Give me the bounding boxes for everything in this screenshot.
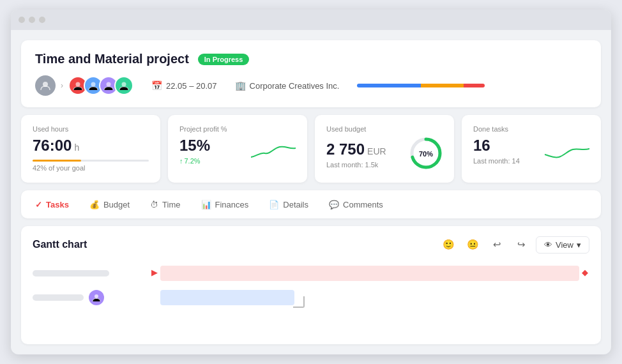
progress-red — [464, 84, 485, 87]
project-header-top: Time and Material project In Progress — [35, 52, 587, 66]
svg-point-2 — [91, 82, 96, 87]
date-range: 📅 22.05 – 20.07 — [151, 80, 217, 91]
stats-row: Used hours 76:00h 42% of your goal Proje… — [21, 115, 601, 183]
gantt-label-row-1 — [33, 264, 148, 282]
trend-value: 7.2% — [185, 157, 201, 165]
gantt-title: Gantt chart — [33, 239, 87, 250]
budget-left: 2 750EUR Last month: 1.5k — [326, 140, 386, 169]
avatar-4 — [114, 76, 133, 95]
svg-point-3 — [107, 82, 111, 87]
tab-time-icon: ⏱ — [150, 200, 158, 209]
tasks-row: 16 Last month: 14 — [473, 137, 589, 165]
stat-trend-profit: ↑ 7.2% — [179, 157, 210, 165]
tab-comments[interactable]: 💬 Comments — [320, 195, 392, 215]
progress-bar-multi — [357, 84, 485, 87]
stat-value-tasks: 16 — [473, 137, 520, 155]
calendar-icon: 📅 — [151, 80, 162, 91]
gantt-label-row-2 — [33, 289, 148, 307]
tab-tasks-label: Tasks — [46, 200, 69, 209]
emoji2-button[interactable]: 😐 — [463, 235, 482, 254]
tabs-bar: ✓ Tasks 💰 Budget ⏱ Time 📊 Finances 📄 Det… — [21, 190, 601, 218]
tab-details[interactable]: 📄 Details — [260, 195, 317, 215]
avatars-team — [68, 76, 133, 95]
sparkline-tasks — [545, 139, 589, 165]
emoji1-button[interactable]: 🙂 — [439, 235, 458, 254]
gantt-chart-area: ▶ ◆ — [148, 262, 589, 319]
tab-finances[interactable]: 📊 Finances — [192, 195, 258, 215]
gantt-connector — [293, 296, 305, 308]
gantt-controls: 🙂 😐 ↩ ↪ 👁 View ▾ — [439, 235, 589, 254]
gantt-section: Gantt chart 🙂 😐 ↩ ↪ 👁 View ▾ — [21, 226, 601, 344]
hours-progress-fill — [33, 160, 81, 162]
undo-button[interactable]: ↩ — [487, 235, 506, 254]
svg-point-1 — [76, 82, 80, 87]
progress-blue — [357, 84, 421, 87]
budget-row: 2 750EUR Last month: 1.5k 70% — [326, 137, 443, 172]
stat-sub-hours: 42% of your goal — [33, 164, 149, 172]
project-header-card: Time and Material project In Progress › — [21, 40, 601, 107]
gantt-play-icon: ▶ — [151, 268, 158, 277]
company-name: Corporate Creatives Inc. — [250, 81, 340, 91]
tab-finances-label: Finances — [215, 200, 249, 209]
stat-unit-hours: h — [74, 142, 79, 153]
stat-used-hours: Used hours 76:00h 42% of your goal — [21, 115, 160, 183]
stat-sub-tasks: Last month: 14 — [473, 157, 520, 165]
hours-progress-bar — [33, 160, 149, 162]
gantt-avatar — [89, 290, 104, 305]
chevron-down-icon: ▾ — [577, 240, 581, 250]
gantt-diamond-icon: ◆ — [582, 268, 588, 277]
building-icon: 🏢 — [235, 80, 246, 91]
tab-comments-icon: 💬 — [329, 200, 339, 209]
stat-label-profit: Project profit % — [179, 125, 296, 133]
chevron-icon: › — [61, 81, 63, 90]
gantt-row-2 — [148, 289, 589, 307]
titlebar-dot-yellow — [29, 17, 35, 23]
stat-value-hours: 76:00h — [33, 137, 149, 155]
redo-button[interactable]: ↪ — [512, 235, 531, 254]
titlebar-dot-green — [39, 17, 45, 23]
titlebar-dot-red — [19, 17, 25, 23]
tab-finances-icon: 📊 — [201, 200, 211, 209]
gantt-body: ▶ ◆ — [33, 262, 589, 319]
circular-progress: 70% — [409, 137, 443, 172]
progress-yellow — [421, 84, 464, 87]
stat-value-profit: 15% — [179, 137, 210, 155]
profit-left: 15% ↑ 7.2% — [179, 137, 210, 165]
view-button[interactable]: 👁 View ▾ — [536, 236, 589, 254]
sparkline-profit — [251, 139, 296, 165]
tab-budget-icon: 💰 — [89, 200, 100, 209]
gantt-label-bar-2 — [33, 294, 84, 301]
view-label: View — [556, 240, 573, 250]
stat-sub-budget: Last month: 1.5k — [326, 161, 386, 169]
project-title: Time and Material project — [35, 52, 189, 66]
stat-profit: Project profit % 15% ↑ 7.2% — [168, 115, 307, 183]
trend-arrow: ↑ — [179, 157, 183, 165]
project-meta: › — [35, 75, 587, 96]
titlebar — [11, 10, 611, 30]
main-content: Time and Material project In Progress › — [11, 30, 611, 354]
app-window: Time and Material project In Progress › — [11, 10, 611, 354]
tab-comments-label: Comments — [343, 200, 383, 209]
tab-details-label: Details — [283, 200, 308, 209]
avatar-group: › — [35, 75, 133, 96]
gantt-bar-1 — [160, 266, 579, 281]
budget-unit: EUR — [367, 146, 386, 156]
stat-label-tasks: Done tasks — [473, 125, 589, 133]
tab-tasks-icon: ✓ — [35, 200, 42, 209]
avatar-main — [35, 75, 56, 96]
tab-tasks[interactable]: ✓ Tasks — [26, 195, 78, 215]
profit-row: 15% ↑ 7.2% — [179, 137, 296, 165]
tab-time[interactable]: ⏱ Time — [141, 195, 189, 215]
stat-budget: Used budget 2 750EUR Last month: 1.5k — [315, 115, 454, 183]
company: 🏢 Corporate Creatives Inc. — [235, 80, 340, 91]
stat-label-hours: Used hours — [33, 125, 149, 133]
svg-text:70%: 70% — [419, 150, 433, 158]
date-range-text: 22.05 – 20.07 — [166, 81, 217, 91]
tab-budget-label: Budget — [103, 200, 130, 209]
status-badge: In Progress — [198, 54, 250, 65]
stat-tasks: Done tasks 16 Last month: 14 — [462, 115, 601, 183]
gantt-label-bar-1 — [33, 270, 109, 277]
tab-time-label: Time — [162, 200, 180, 209]
eye-icon: 👁 — [544, 240, 552, 250]
tab-budget[interactable]: 💰 Budget — [80, 195, 139, 215]
